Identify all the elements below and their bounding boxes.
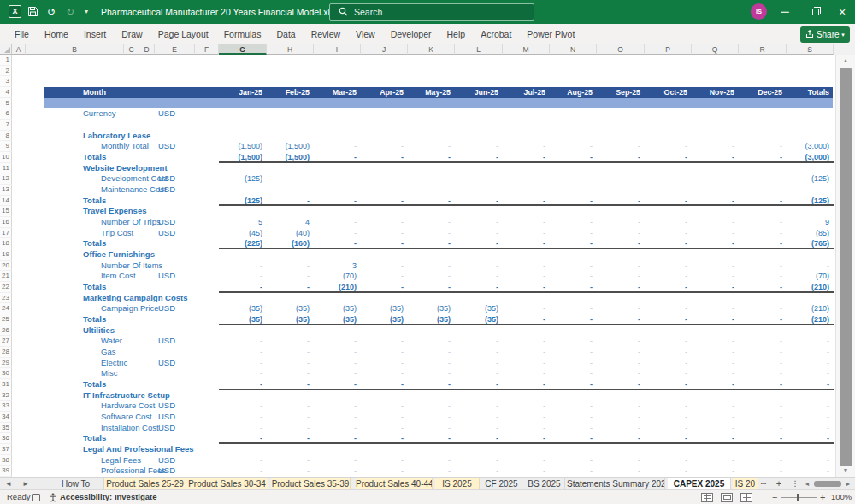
value-cell-O33[interactable]: -	[597, 401, 640, 412]
column-header-R[interactable]: R	[739, 44, 787, 55]
value-cell-L16[interactable]: -	[455, 217, 498, 228]
sheet-tab-capex-2025[interactable]: CAPEX 2025	[668, 478, 731, 490]
scroll-down-icon[interactable]: ▼	[836, 466, 855, 476]
value-cell-H35[interactable]: -	[267, 423, 310, 434]
ribbon-tab-help[interactable]: Help	[439, 24, 474, 44]
unit-cell[interactable]: USD	[158, 358, 175, 369]
value-cell-H17[interactable]: (40)	[267, 228, 310, 239]
value-cell-N13[interactable]: -	[550, 185, 593, 196]
sheet-tab-product-sales-25-29[interactable]: Product Sales 25-29	[104, 478, 186, 490]
value-cell-I30[interactable]: -	[314, 368, 357, 379]
vertical-scrollbar[interactable]: ▲ ▼	[835, 55, 855, 477]
unit-cell[interactable]: USD	[158, 423, 175, 434]
normal-view-icon[interactable]	[701, 493, 713, 502]
row-number-30[interactable]: 30	[0, 368, 12, 379]
value-cell-H33[interactable]: -	[267, 401, 310, 412]
value-cell-G28[interactable]: -	[219, 347, 262, 358]
value-cell-M12[interactable]: -	[503, 173, 545, 185]
value-cell-G9[interactable]: (1,500)	[219, 141, 262, 152]
value-cell-R9[interactable]: -	[739, 141, 782, 152]
column-header-B[interactable]: B	[26, 44, 124, 55]
value-cell-J17[interactable]: -	[361, 228, 404, 239]
value-cell-S38[interactable]: -	[787, 455, 829, 466]
value-cell-R21[interactable]: -	[739, 271, 782, 282]
value-cell-J38[interactable]: -	[361, 455, 404, 466]
value-cell-K27[interactable]: -	[408, 336, 451, 347]
value-cell-M34[interactable]: -	[503, 412, 545, 423]
value-cell-N9[interactable]: -	[550, 141, 593, 152]
value-cell-K29[interactable]: -	[408, 358, 451, 369]
cell-label[interactable]: Currency	[83, 108, 116, 120]
share-button[interactable]: Share ▾	[800, 26, 850, 43]
ribbon-tab-acrobat[interactable]: Acrobat	[473, 24, 519, 44]
value-cell-Q34[interactable]: -	[692, 412, 734, 423]
save-icon[interactable]	[27, 6, 38, 17]
row-number-13[interactable]: 13	[0, 185, 12, 196]
totals-label[interactable]: Totals	[83, 314, 106, 325]
column-header-E[interactable]: E	[155, 44, 195, 55]
row-number-3[interactable]: 3	[0, 76, 12, 87]
value-cell-G17[interactable]: (45)	[219, 228, 262, 239]
totals-label[interactable]: Totals	[83, 282, 106, 293]
totals-label[interactable]: Totals	[83, 433, 106, 444]
value-cell-R29[interactable]: -	[739, 358, 782, 369]
value-cell-P38[interactable]: -	[645, 455, 687, 466]
value-cell-Q12[interactable]: -	[692, 173, 734, 185]
value-cell-J9[interactable]: -	[361, 141, 404, 152]
value-cell-I24[interactable]: (35)	[314, 303, 357, 314]
value-cell-G30[interactable]: -	[219, 368, 262, 379]
row-number-20[interactable]: 20	[0, 261, 12, 272]
zoom-slider-track[interactable]	[781, 497, 817, 498]
ribbon-tab-insert[interactable]: Insert	[76, 24, 114, 44]
value-cell-I20[interactable]: 3	[314, 261, 357, 272]
select-all-corner[interactable]	[0, 44, 12, 55]
value-cell-I12[interactable]: -	[314, 173, 357, 185]
value-cell-O24[interactable]: -	[597, 303, 640, 314]
value-cell-N39[interactable]: -	[550, 466, 593, 477]
section-label[interactable]: Marketing Campaign Costs	[83, 293, 187, 304]
search-input[interactable]: Search	[329, 3, 534, 21]
section-label[interactable]: Travel Expenses	[83, 206, 146, 217]
value-cell-M17[interactable]: -	[503, 228, 545, 239]
unit-cell[interactable]: USD	[158, 271, 175, 282]
unit-cell[interactable]: USD	[158, 336, 175, 347]
value-cell-I38[interactable]: -	[314, 455, 357, 466]
value-cell-N21[interactable]: -	[550, 271, 593, 282]
value-cell-O38[interactable]: -	[597, 455, 640, 466]
cell-label[interactable]: Gas	[101, 347, 115, 358]
value-cell-O39[interactable]: -	[597, 466, 640, 477]
value-cell-N34[interactable]: -	[550, 412, 593, 423]
value-cell-R27[interactable]: -	[739, 336, 782, 347]
row-number-15[interactable]: 15	[0, 206, 12, 217]
unit-cell[interactable]: USD	[158, 466, 175, 477]
value-cell-P27[interactable]: -	[645, 336, 687, 347]
value-cell-N28[interactable]: -	[550, 347, 593, 358]
row-number-27[interactable]: 27	[0, 336, 12, 347]
value-cell-K30[interactable]: -	[408, 368, 451, 379]
value-cell-L13[interactable]: -	[455, 185, 498, 196]
value-cell-Q29[interactable]: -	[692, 358, 734, 369]
row-number-39[interactable]: 39	[0, 466, 12, 477]
value-cell-I39[interactable]: -	[314, 466, 357, 477]
value-cell-N20[interactable]: -	[550, 261, 593, 272]
value-cell-L34[interactable]: -	[455, 412, 498, 423]
value-cell-K13[interactable]: -	[408, 185, 451, 196]
sheet-nav-right-icon[interactable]: ►	[19, 478, 32, 490]
value-cell-Q17[interactable]: -	[692, 228, 734, 239]
value-cell-G35[interactable]: -	[219, 423, 262, 434]
value-cell-K39[interactable]: -	[408, 466, 451, 477]
value-cell-O9[interactable]: -	[597, 141, 640, 152]
value-cell-P29[interactable]: -	[645, 358, 687, 369]
value-cell-L20[interactable]: -	[455, 261, 498, 272]
value-cell-L35[interactable]: -	[455, 423, 498, 434]
value-cell-O27[interactable]: -	[597, 336, 640, 347]
value-cell-I17[interactable]: -	[314, 228, 357, 239]
column-header-Q[interactable]: Q	[692, 44, 739, 55]
row-number-37[interactable]: 37	[0, 444, 12, 455]
row-number-29[interactable]: 29	[0, 358, 12, 369]
section-label[interactable]: IT Infrastructure Setup	[83, 390, 170, 401]
row-number-38[interactable]: 38	[0, 455, 12, 466]
row-number-31[interactable]: 31	[0, 379, 12, 390]
zoom-slider-thumb[interactable]	[797, 494, 799, 501]
row-number-23[interactable]: 23	[0, 293, 12, 304]
